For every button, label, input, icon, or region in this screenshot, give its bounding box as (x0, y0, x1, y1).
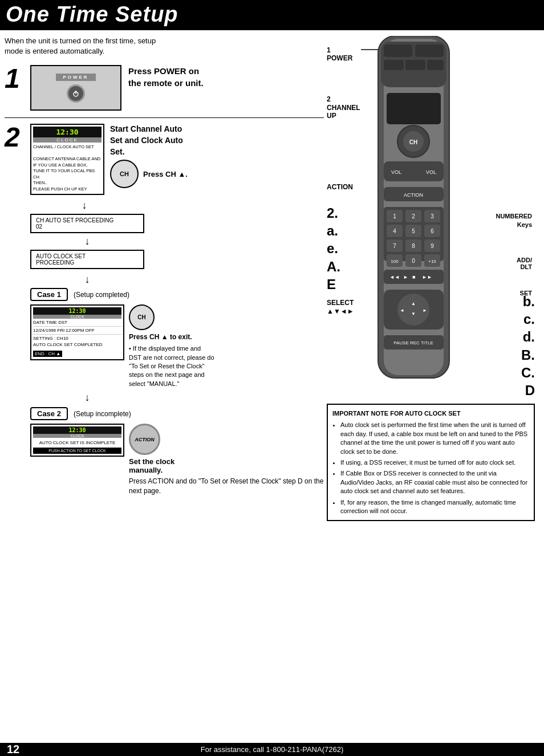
case1-status: AUTO CLOCK SET COMPLETED (33, 342, 121, 347)
important-note-list: Auto clock set is performed the first ti… (332, 421, 529, 515)
step2-clock-box: 12:30 CLOCK CHANNEL / CLOCK AUTO SET CON… (30, 124, 104, 195)
step2-right: Start Channel Auto Set and Clock Auto Se… (110, 124, 188, 188)
step-divider (5, 117, 324, 118)
svg-rect-7 (384, 60, 404, 70)
power-button (67, 84, 85, 103)
auto-set-box1: CH AUTO SET PROCEEDING 02 (30, 214, 144, 233)
page-number: 12 (7, 743, 19, 756)
case1-right: CH Press CH ▲ to exit. • If the displaye… (129, 304, 214, 388)
svg-text:2: 2 (412, 213, 415, 220)
svg-text:ACTION: ACTION (404, 192, 423, 198)
svg-text:8: 8 (412, 243, 415, 249)
case2-instruction-bold: Set the clock manually. (129, 457, 174, 474)
arrow3: ↓ (30, 274, 144, 286)
footer-text: For assistance, call 1-800-211-PANA(7262… (201, 745, 344, 754)
arrow2: ↓ (30, 235, 144, 247)
remote-diagram: CH VOL VOL ACTION 1 2 3 (327, 36, 535, 401)
label-channel: 2 CHANNEL UP (327, 87, 360, 120)
note-item-1: Auto clock set is performed the first ti… (340, 421, 529, 456)
svg-text:►: ► (423, 308, 427, 313)
svg-text:■: ■ (412, 274, 415, 280)
clock-display: 12:30 (33, 127, 102, 137)
svg-text:◄: ◄ (400, 308, 404, 313)
svg-rect-9 (427, 60, 444, 70)
footer-bar: 12 For assistance, call 1-800-211-PANA(7… (0, 743, 544, 756)
case1-date-value: 12/24/1999 FRI 12:00PM OFF (33, 328, 121, 335)
arrow1: ↓ (47, 200, 121, 212)
case1-setting: SETTING : CH10 (33, 336, 121, 341)
label-numbered: NUMBERED Keys (496, 204, 532, 229)
power-illustration: POWER (56, 74, 95, 103)
important-note-box: IMPORTANT NOTE FOR AUTO CLOCK SET Auto c… (327, 404, 535, 521)
case1-instruction-title: Press CH ▲ to exit. (129, 332, 214, 342)
step2-clock-text: CHANNEL / CLOCK AUTO SET CONNECT ANTENNA… (33, 144, 102, 192)
svg-text:▲: ▲ (411, 301, 416, 306)
step2-top-row: 12:30 CLOCK CHANNEL / CLOCK AUTO SET CON… (30, 124, 324, 195)
svg-text:9: 9 (431, 243, 434, 249)
step1-number: 1 (5, 65, 25, 92)
step2-number: 2 (5, 124, 25, 151)
note-item-3: If Cable Box or DSS receiver is connecte… (340, 469, 529, 495)
big-left-letters: 2.a.e.A.E (327, 204, 340, 293)
svg-rect-5 (384, 44, 412, 57)
svg-text:▼: ▼ (411, 311, 416, 316)
remote-body: CH VOL VOL ACTION 1 2 3 (372, 36, 455, 392)
auto-set-box2: AUTO CLOCK SET PROCEEDING (30, 250, 144, 269)
case2-text: AUTO CLOCK SET IS INCOMPLETE (33, 440, 121, 445)
step2-title: Start Channel Auto Set and Clock Auto Se… (110, 124, 183, 157)
step2-content: 12:30 CLOCK CHANNEL / CLOCK AUTO SET CON… (30, 124, 324, 495)
page-header: One Time Setup (0, 0, 544, 30)
case2-right: AcTION Set the clock manually. Press ACT… (129, 424, 324, 496)
note-item-4: If, for any reason, the time is changed … (340, 498, 529, 516)
case2-content: 12:30 CLOCK AUTO CLOCK SET IS INCOMPLETE… (30, 424, 324, 496)
ch-button-top: CH (110, 160, 139, 188)
svg-text:►►: ►► (422, 274, 432, 280)
step1-image: POWER (30, 65, 121, 111)
svg-text:CH: CH (409, 139, 417, 145)
svg-text:►: ► (403, 274, 408, 280)
case1-clock: 12:30 (33, 307, 121, 315)
case2-desc: (Setup incomplete) (74, 410, 131, 418)
svg-text:6: 6 (431, 228, 434, 234)
svg-text:1: 1 (393, 213, 396, 220)
intro-text: When the unit is turned on the first tim… (5, 36, 324, 56)
label-add-dlt: ADD/ DLT (517, 250, 532, 270)
svg-text:+10: +10 (428, 259, 436, 264)
svg-text:0: 0 (412, 258, 415, 264)
press-ch-row: CH Press CH ▲. (110, 160, 188, 188)
case1-date-label: DATE TIME DST (33, 320, 121, 327)
note-item-2: If using, a DSS receiver, it must be tur… (340, 458, 529, 467)
svg-rect-6 (415, 44, 444, 57)
case1-content: 12:30 CLOCK DATE TIME DST 12/24/1999 FRI… (30, 304, 324, 388)
case2-screen-button: PUSH ACTION TO SET CLOCK (33, 448, 121, 454)
case2-screen: 12:30 CLOCK AUTO CLOCK SET IS INCOMPLETE… (30, 424, 124, 457)
case1-screen: 12:30 CLOCK DATE TIME DST 12/24/1999 FRI… (30, 304, 124, 360)
svg-text:100: 100 (391, 259, 399, 264)
case1-header: Case 1 (Setup completed) (30, 288, 324, 301)
arrow4: ↓ (30, 392, 144, 404)
case2-instruction: Press ACTION and do "To Set or Reset the… (129, 477, 324, 496)
big-right-letters: b.c.d.B.C.D (521, 292, 535, 399)
svg-rect-10 (387, 93, 441, 124)
svg-text:4: 4 (393, 228, 396, 234)
svg-text:◄◄: ◄◄ (389, 274, 400, 280)
label-power: 1 POWER (327, 46, 352, 63)
case2-clock-label: CLOCK (33, 434, 121, 438)
remote-svg: CH VOL VOL ACTION 1 2 3 (372, 36, 455, 389)
label-action: ACTION (327, 183, 353, 191)
label-select: SELECT ▲▼◄► (327, 290, 354, 316)
step1-section: 1 POWER Press POWER on the remote or uni… (5, 65, 324, 111)
svg-text:7: 7 (393, 243, 396, 249)
power-icon (72, 90, 80, 97)
case1-section: Case 1 (Setup completed) 12:30 CLOCK DAT… (30, 288, 324, 388)
label-power-line (361, 49, 378, 50)
case1-desc: (Setup completed) (74, 291, 129, 299)
right-column: CH VOL VOL ACTION 1 2 3 (324, 36, 535, 521)
svg-rect-8 (405, 60, 425, 70)
case2-label: Case 2 (30, 407, 68, 420)
svg-text:3: 3 (431, 213, 434, 220)
clock-label-top: CLOCK (33, 137, 102, 143)
page-title: One Time Setup (6, 2, 538, 27)
step1-instruction: Press POWER on the remote or unit. (128, 65, 204, 89)
case1-end: END : CH ▲ (33, 351, 62, 357)
